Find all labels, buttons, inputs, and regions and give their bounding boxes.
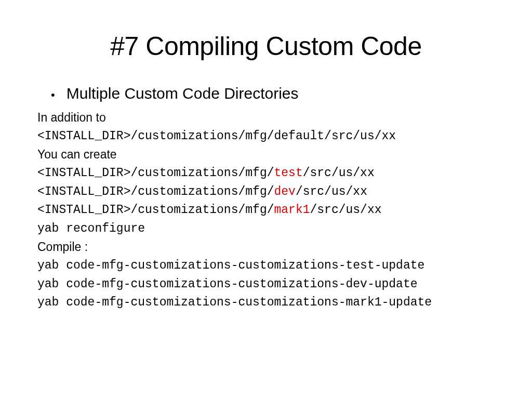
env-test: test: [274, 166, 302, 180]
in-addition-line: In addition to: [37, 109, 496, 127]
path-test: <INSTALL_DIR>/customizations/mfg/test/sr…: [37, 164, 496, 183]
you-can-create-line: You can create: [37, 145, 496, 164]
path-dev: <INSTALL_DIR>/customizations/mfg/dev/src…: [37, 183, 496, 202]
bullet-marker-icon: •: [51, 89, 55, 101]
cmd-dev: yab code-mfg-customizations-customizatio…: [37, 275, 496, 294]
bullet-label: Multiple Custom Code Directories: [66, 85, 299, 102]
env-dev: dev: [274, 185, 295, 198]
yab-reconfigure: yab reconfigure: [37, 220, 496, 238]
path-default: <INSTALL_DIR>/customizations/mfg/default…: [37, 127, 496, 146]
path-mark1: <INSTALL_DIR>/customizations/mfg/mark1/s…: [37, 201, 496, 220]
cmd-mark1: yab code-mfg-customizations-customizatio…: [37, 294, 496, 312]
compile-label: Compile :: [37, 238, 496, 257]
cmd-test: yab code-mfg-customizations-customizatio…: [37, 257, 496, 275]
slide-title: #7 Compiling Custom Code: [36, 31, 496, 61]
bullet-item: • Multiple Custom Code Directories: [36, 85, 496, 102]
env-mark1: mark1: [274, 203, 310, 217]
